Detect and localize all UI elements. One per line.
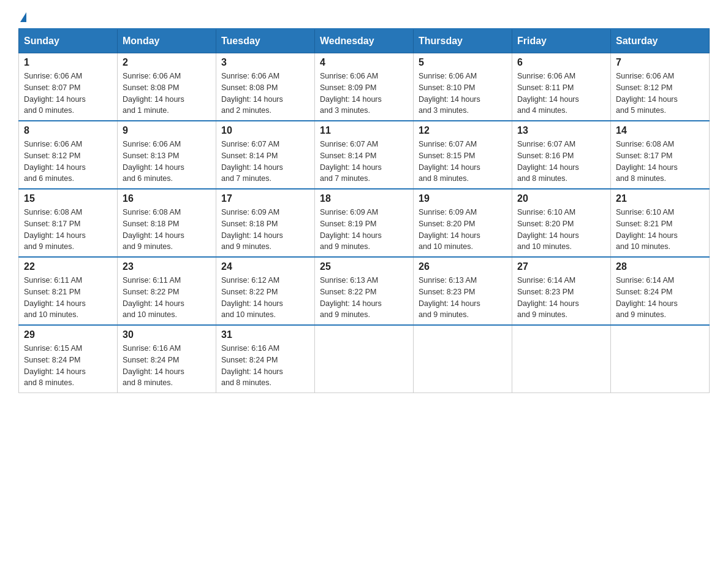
day-info: Sunrise: 6:09 AM Sunset: 8:20 PM Dayligh… xyxy=(419,207,507,253)
column-header-sunday: Sunday xyxy=(19,29,118,53)
day-info: Sunrise: 6:07 AM Sunset: 8:14 PM Dayligh… xyxy=(221,139,309,185)
day-info: Sunrise: 6:11 AM Sunset: 8:21 PM Dayligh… xyxy=(24,275,112,321)
calendar-cell: 8 Sunrise: 6:06 AM Sunset: 8:12 PM Dayli… xyxy=(19,121,118,189)
day-number: 16 xyxy=(123,193,211,204)
day-number: 8 xyxy=(24,125,112,136)
day-number: 5 xyxy=(419,57,507,68)
day-info: Sunrise: 6:06 AM Sunset: 8:07 PM Dayligh… xyxy=(24,71,112,117)
calendar-header-row: SundayMondayTuesdayWednesdayThursdayFrid… xyxy=(19,29,710,53)
day-info: Sunrise: 6:06 AM Sunset: 8:11 PM Dayligh… xyxy=(517,71,605,117)
calendar-cell: 23 Sunrise: 6:11 AM Sunset: 8:22 PM Dayl… xyxy=(118,257,216,325)
day-number: 29 xyxy=(24,329,112,340)
calendar-cell: 20 Sunrise: 6:10 AM Sunset: 8:20 PM Dayl… xyxy=(512,189,611,257)
day-info: Sunrise: 6:07 AM Sunset: 8:16 PM Dayligh… xyxy=(517,139,605,185)
calendar-cell: 5 Sunrise: 6:06 AM Sunset: 8:10 PM Dayli… xyxy=(414,53,512,121)
day-number: 7 xyxy=(616,57,704,68)
day-number: 21 xyxy=(616,193,704,204)
calendar-table: SundayMondayTuesdayWednesdayThursdayFrid… xyxy=(18,28,710,393)
calendar-cell: 10 Sunrise: 6:07 AM Sunset: 8:14 PM Dayl… xyxy=(216,121,315,189)
day-info: Sunrise: 6:06 AM Sunset: 8:10 PM Dayligh… xyxy=(419,71,507,117)
day-number: 17 xyxy=(221,193,309,204)
calendar-week-row: 1 Sunrise: 6:06 AM Sunset: 8:07 PM Dayli… xyxy=(19,53,710,121)
day-info: Sunrise: 6:08 AM Sunset: 8:18 PM Dayligh… xyxy=(123,207,211,253)
day-number: 3 xyxy=(221,57,309,68)
day-number: 12 xyxy=(419,125,507,136)
page-header xyxy=(18,12,710,22)
column-header-monday: Monday xyxy=(118,29,216,53)
day-info: Sunrise: 6:08 AM Sunset: 8:17 PM Dayligh… xyxy=(616,139,704,185)
logo xyxy=(18,12,26,22)
day-number: 27 xyxy=(517,261,605,272)
calendar-week-row: 29 Sunrise: 6:15 AM Sunset: 8:24 PM Dayl… xyxy=(19,325,710,393)
calendar-cell: 24 Sunrise: 6:12 AM Sunset: 8:22 PM Dayl… xyxy=(216,257,315,325)
day-info: Sunrise: 6:10 AM Sunset: 8:20 PM Dayligh… xyxy=(517,207,605,253)
calendar-cell: 28 Sunrise: 6:14 AM Sunset: 8:24 PM Dayl… xyxy=(611,257,710,325)
calendar-week-row: 22 Sunrise: 6:11 AM Sunset: 8:21 PM Dayl… xyxy=(19,257,710,325)
calendar-cell xyxy=(611,325,710,393)
column-header-thursday: Thursday xyxy=(414,29,512,53)
day-info: Sunrise: 6:16 AM Sunset: 8:24 PM Dayligh… xyxy=(123,343,211,389)
day-info: Sunrise: 6:10 AM Sunset: 8:21 PM Dayligh… xyxy=(616,207,704,253)
day-info: Sunrise: 6:06 AM Sunset: 8:09 PM Dayligh… xyxy=(320,71,408,117)
day-info: Sunrise: 6:12 AM Sunset: 8:22 PM Dayligh… xyxy=(221,275,309,321)
calendar-cell: 14 Sunrise: 6:08 AM Sunset: 8:17 PM Dayl… xyxy=(611,121,710,189)
calendar-cell: 12 Sunrise: 6:07 AM Sunset: 8:15 PM Dayl… xyxy=(414,121,512,189)
day-number: 1 xyxy=(24,57,112,68)
day-number: 19 xyxy=(419,193,507,204)
calendar-cell: 18 Sunrise: 6:09 AM Sunset: 8:19 PM Dayl… xyxy=(315,189,414,257)
calendar-cell xyxy=(512,325,611,393)
calendar-cell: 15 Sunrise: 6:08 AM Sunset: 8:17 PM Dayl… xyxy=(19,189,118,257)
day-number: 24 xyxy=(221,261,309,272)
calendar-cell: 11 Sunrise: 6:07 AM Sunset: 8:14 PM Dayl… xyxy=(315,121,414,189)
day-number: 30 xyxy=(123,329,211,340)
calendar-cell: 16 Sunrise: 6:08 AM Sunset: 8:18 PM Dayl… xyxy=(118,189,216,257)
calendar-cell: 19 Sunrise: 6:09 AM Sunset: 8:20 PM Dayl… xyxy=(414,189,512,257)
day-info: Sunrise: 6:13 AM Sunset: 8:22 PM Dayligh… xyxy=(320,275,408,321)
calendar-cell: 1 Sunrise: 6:06 AM Sunset: 8:07 PM Dayli… xyxy=(19,53,118,121)
calendar-cell: 31 Sunrise: 6:16 AM Sunset: 8:24 PM Dayl… xyxy=(216,325,315,393)
day-number: 20 xyxy=(517,193,605,204)
day-info: Sunrise: 6:08 AM Sunset: 8:17 PM Dayligh… xyxy=(24,207,112,253)
day-number: 23 xyxy=(123,261,211,272)
day-number: 31 xyxy=(221,329,309,340)
column-header-saturday: Saturday xyxy=(611,29,710,53)
day-number: 13 xyxy=(517,125,605,136)
calendar-cell: 9 Sunrise: 6:06 AM Sunset: 8:13 PM Dayli… xyxy=(118,121,216,189)
calendar-week-row: 15 Sunrise: 6:08 AM Sunset: 8:17 PM Dayl… xyxy=(19,189,710,257)
calendar-cell: 22 Sunrise: 6:11 AM Sunset: 8:21 PM Dayl… xyxy=(19,257,118,325)
day-number: 10 xyxy=(221,125,309,136)
day-info: Sunrise: 6:11 AM Sunset: 8:22 PM Dayligh… xyxy=(123,275,211,321)
calendar-cell: 2 Sunrise: 6:06 AM Sunset: 8:08 PM Dayli… xyxy=(118,53,216,121)
column-header-tuesday: Tuesday xyxy=(216,29,315,53)
column-header-wednesday: Wednesday xyxy=(315,29,414,53)
day-info: Sunrise: 6:13 AM Sunset: 8:23 PM Dayligh… xyxy=(419,275,507,321)
calendar-cell: 21 Sunrise: 6:10 AM Sunset: 8:21 PM Dayl… xyxy=(611,189,710,257)
day-number: 25 xyxy=(320,261,408,272)
calendar-week-row: 8 Sunrise: 6:06 AM Sunset: 8:12 PM Dayli… xyxy=(19,121,710,189)
day-number: 18 xyxy=(320,193,408,204)
day-info: Sunrise: 6:09 AM Sunset: 8:18 PM Dayligh… xyxy=(221,207,309,253)
calendar-cell: 17 Sunrise: 6:09 AM Sunset: 8:18 PM Dayl… xyxy=(216,189,315,257)
day-info: Sunrise: 6:16 AM Sunset: 8:24 PM Dayligh… xyxy=(221,343,309,389)
day-number: 4 xyxy=(320,57,408,68)
calendar-cell: 3 Sunrise: 6:06 AM Sunset: 8:08 PM Dayli… xyxy=(216,53,315,121)
day-info: Sunrise: 6:06 AM Sunset: 8:08 PM Dayligh… xyxy=(221,71,309,117)
day-info: Sunrise: 6:06 AM Sunset: 8:12 PM Dayligh… xyxy=(24,139,112,185)
day-info: Sunrise: 6:15 AM Sunset: 8:24 PM Dayligh… xyxy=(24,343,112,389)
logo-triangle-icon xyxy=(20,12,26,22)
calendar-cell: 26 Sunrise: 6:13 AM Sunset: 8:23 PM Dayl… xyxy=(414,257,512,325)
day-info: Sunrise: 6:07 AM Sunset: 8:14 PM Dayligh… xyxy=(320,139,408,185)
calendar-cell: 27 Sunrise: 6:14 AM Sunset: 8:23 PM Dayl… xyxy=(512,257,611,325)
day-number: 15 xyxy=(24,193,112,204)
day-number: 11 xyxy=(320,125,408,136)
calendar-cell: 30 Sunrise: 6:16 AM Sunset: 8:24 PM Dayl… xyxy=(118,325,216,393)
column-header-friday: Friday xyxy=(512,29,611,53)
calendar-cell xyxy=(414,325,512,393)
day-number: 2 xyxy=(123,57,211,68)
day-info: Sunrise: 6:06 AM Sunset: 8:13 PM Dayligh… xyxy=(123,139,211,185)
day-info: Sunrise: 6:06 AM Sunset: 8:12 PM Dayligh… xyxy=(616,71,704,117)
day-info: Sunrise: 6:07 AM Sunset: 8:15 PM Dayligh… xyxy=(419,139,507,185)
calendar-cell: 7 Sunrise: 6:06 AM Sunset: 8:12 PM Dayli… xyxy=(611,53,710,121)
calendar-cell: 25 Sunrise: 6:13 AM Sunset: 8:22 PM Dayl… xyxy=(315,257,414,325)
calendar-cell xyxy=(315,325,414,393)
